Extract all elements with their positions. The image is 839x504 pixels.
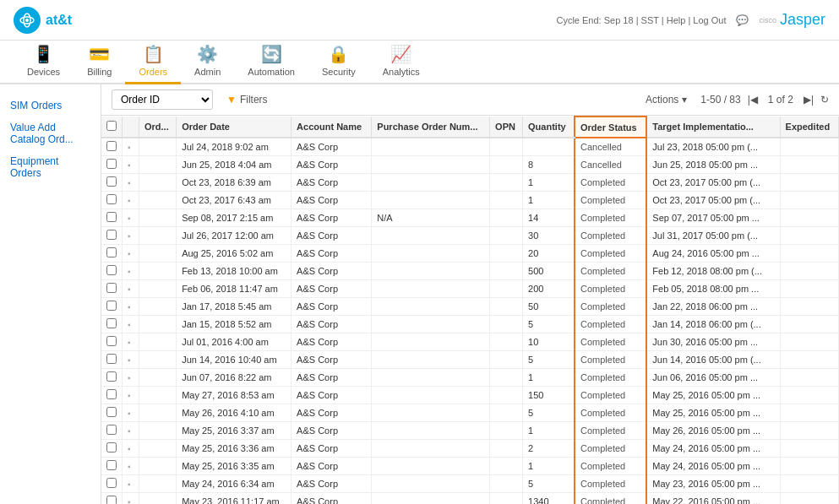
table-row[interactable]: ▪ Feb 13, 2018 10:00 am A&S Corp 500 Com… — [101, 263, 839, 280]
prev-page-button[interactable]: |◀ — [744, 92, 761, 107]
row-checkbox[interactable] — [106, 425, 117, 435]
row-checkbox-cell — [101, 493, 123, 505]
row-expedited — [780, 316, 838, 333]
order-id-dropdown[interactable]: Order ID — [112, 89, 213, 110]
table-row[interactable]: ▪ May 27, 2016 8:53 am A&S Corp 150 Comp… — [101, 387, 839, 404]
row-quantity: 1 — [523, 174, 575, 192]
row-account-name: A&S Corp — [291, 404, 372, 422]
page-layout: SIM Orders Value Add Catalog Ord... Equi… — [0, 84, 839, 504]
row-checkbox[interactable] — [106, 159, 117, 169]
row-checkbox[interactable] — [106, 389, 117, 399]
row-purchase-order — [372, 138, 490, 156]
sidebar-item-equipment-orders[interactable]: Equipment Orders — [0, 150, 101, 184]
table-row[interactable]: ▪ Jul 26, 2017 12:00 am A&S Corp 30 Comp… — [101, 227, 839, 245]
row-target-impl: May 26, 2016 05:00 pm ... — [646, 422, 780, 440]
nav-item-orders[interactable]: 📋 Orders — [125, 39, 181, 84]
nav-item-admin[interactable]: ⚙️ Admin — [181, 39, 234, 84]
row-order-status: Completed — [575, 387, 646, 404]
row-checkbox[interactable] — [106, 176, 117, 187]
row-opn — [490, 138, 523, 156]
row-checkbox[interactable] — [106, 301, 117, 311]
table-row[interactable]: ▪ Jan 15, 2018 5:52 am A&S Corp 5 Comple… — [101, 316, 839, 333]
col-header-checkbox — [101, 117, 123, 138]
row-checkbox[interactable] — [106, 336, 117, 346]
row-checkbox-cell — [101, 156, 123, 174]
table-row[interactable]: ▪ May 23, 2016 11:17 am A&S Corp 1340 Co… — [101, 493, 839, 505]
refresh-button[interactable]: ↻ — [820, 94, 829, 106]
nav-item-security[interactable]: 🔒 Security — [308, 39, 369, 84]
row-account-name: A&S Corp — [291, 493, 372, 505]
row-checkbox[interactable] — [106, 141, 117, 151]
row-opn — [490, 192, 523, 209]
row-expedited — [780, 209, 838, 227]
row-checkbox[interactable] — [106, 318, 117, 328]
actions-button[interactable]: Actions ▾ — [639, 91, 694, 108]
table-row[interactable]: ▪ Jan 17, 2018 5:45 am A&S Corp 50 Compl… — [101, 298, 839, 316]
row-checkbox[interactable] — [106, 460, 117, 470]
nav-item-automation[interactable]: 🔄 Automation — [234, 39, 308, 84]
table-row[interactable]: ▪ May 25, 2016 3:35 am A&S Corp 1 Comple… — [101, 458, 839, 475]
row-icon: ▪ — [128, 249, 131, 258]
nav-item-devices[interactable]: 📱 Devices — [14, 39, 74, 84]
table-row[interactable]: ▪ Jul 01, 2016 4:00 am A&S Corp 10 Compl… — [101, 333, 839, 351]
filter-button[interactable]: ▼ Filters — [220, 91, 275, 108]
row-order-status: Completed — [575, 333, 646, 351]
row-order-date: Oct 23, 2017 6:43 am — [177, 192, 291, 209]
row-opn — [490, 351, 523, 369]
nav-item-analytics[interactable]: 📈 Analytics — [369, 39, 433, 84]
table-row[interactable]: ▪ Jun 25, 2018 4:04 am A&S Corp 8 Cancel… — [101, 156, 839, 174]
row-purchase-order — [372, 245, 490, 263]
row-ord — [139, 333, 177, 351]
row-checkbox[interactable] — [106, 407, 117, 417]
row-checkbox[interactable] — [106, 371, 117, 382]
row-purchase-order: N/A — [372, 209, 490, 227]
row-purchase-order — [372, 493, 490, 505]
table-row[interactable]: ▪ May 25, 2016 3:36 am A&S Corp 2 Comple… — [101, 440, 839, 458]
table-row[interactable]: ▪ May 25, 2016 3:37 am A&S Corp 1 Comple… — [101, 422, 839, 440]
table-row[interactable]: ▪ Feb 06, 2018 11:47 am A&S Corp 200 Com… — [101, 280, 839, 298]
row-checkbox[interactable] — [106, 354, 117, 364]
row-expedited — [780, 493, 838, 505]
sidebar-item-sim-orders[interactable]: SIM Orders — [0, 95, 101, 117]
table-row[interactable]: ▪ Jul 24, 2018 9:02 am A&S Corp Cancelle… — [101, 138, 839, 156]
row-order-date: May 25, 2016 3:36 am — [177, 440, 291, 458]
row-checkbox-cell — [101, 333, 123, 351]
row-icon: ▪ — [128, 462, 131, 471]
next-page-button[interactable]: ▶| — [800, 92, 817, 107]
select-all-checkbox[interactable] — [106, 121, 117, 131]
row-checkbox[interactable] — [106, 442, 117, 453]
col-header-icon — [123, 117, 139, 138]
table-row[interactable]: ▪ May 24, 2016 6:34 am A&S Corp 5 Comple… — [101, 475, 839, 493]
row-target-impl: Feb 12, 2018 08:00 pm (... — [646, 263, 780, 280]
row-ord — [139, 245, 177, 263]
row-ord — [139, 156, 177, 174]
row-opn — [490, 440, 523, 458]
sidebar-item-value-add[interactable]: Value Add Catalog Ord... — [0, 117, 101, 150]
table-row[interactable]: ▪ Jun 07, 2016 8:22 am A&S Corp 1 Comple… — [101, 369, 839, 387]
row-checkbox[interactable] — [106, 194, 117, 204]
row-icon: ▪ — [128, 285, 131, 294]
row-order-date: Jan 17, 2018 5:45 am — [177, 298, 291, 316]
row-checkbox[interactable] — [106, 283, 117, 293]
table-row[interactable]: ▪ May 26, 2016 4:10 am A&S Corp 5 Comple… — [101, 404, 839, 422]
row-icon: ▪ — [128, 444, 131, 453]
att-logo-icon — [14, 7, 41, 34]
table-row[interactable]: ▪ Sep 08, 2017 2:15 am A&S Corp N/A 14 C… — [101, 209, 839, 227]
row-purchase-order — [372, 351, 490, 369]
row-checkbox[interactable] — [106, 478, 117, 488]
cycle-info: Cycle End: Sep 18 | SST | Help | Log Out — [556, 15, 726, 25]
row-quantity: 20 — [523, 245, 575, 263]
row-checkbox[interactable] — [106, 230, 117, 240]
row-checkbox[interactable] — [106, 496, 117, 504]
row-opn — [490, 174, 523, 192]
row-checkbox[interactable] — [106, 212, 117, 222]
row-opn — [490, 263, 523, 280]
row-checkbox[interactable] — [106, 265, 117, 275]
table-row[interactable]: ▪ Aug 25, 2016 5:02 am A&S Corp 20 Compl… — [101, 245, 839, 263]
table-row[interactable]: ▪ Oct 23, 2017 6:43 am A&S Corp 1 Comple… — [101, 192, 839, 209]
table-row[interactable]: ▪ Jun 14, 2016 10:40 am A&S Corp 5 Compl… — [101, 351, 839, 369]
nav-item-billing[interactable]: 💳 Billing — [74, 39, 125, 84]
notification-icon[interactable]: 💬 — [736, 14, 749, 26]
row-checkbox[interactable] — [106, 247, 117, 257]
table-row[interactable]: ▪ Oct 23, 2018 6:39 am A&S Corp 1 Comple… — [101, 174, 839, 192]
